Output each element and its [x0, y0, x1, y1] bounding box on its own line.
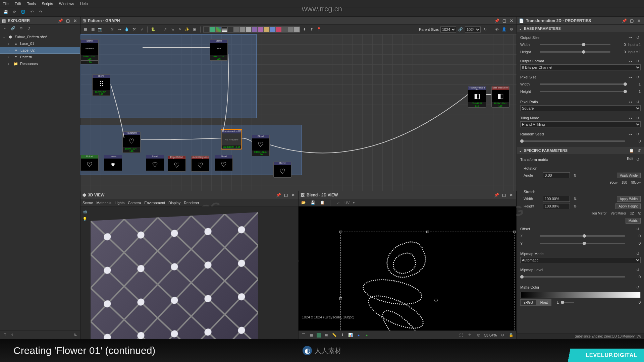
swatch[interactable]: [203, 26, 209, 33]
parent-width-select[interactable]: 1024: [440, 26, 456, 33]
redo-icon[interactable]: ↷: [38, 9, 44, 15]
arrow-icon[interactable]: ↗: [162, 26, 168, 33]
link-icon[interactable]: ⊶: [627, 115, 633, 121]
graph-node[interactable]: Blend♡: [146, 155, 164, 171]
reset-icon[interactable]: ↺: [635, 131, 641, 137]
tool-icon[interactable]: ⚒: [131, 26, 137, 33]
reset-icon[interactable]: ↺: [635, 251, 641, 257]
dropdown-icon[interactable]: ▾: [353, 200, 355, 205]
branch-icon[interactable]: ⑂: [139, 26, 145, 33]
reset-zoom-icon[interactable]: ◎: [476, 332, 482, 338]
reset-icon[interactable]: ↻: [482, 26, 488, 33]
spinner-icon[interactable]: ⇅: [572, 203, 578, 209]
swatch[interactable]: [258, 26, 264, 33]
reload-icon[interactable]: ⟳: [18, 25, 24, 32]
center-icon[interactable]: ✛: [467, 332, 473, 338]
export-icon[interactable]: ⤴: [26, 25, 32, 32]
menu-materials[interactable]: Materials: [96, 201, 111, 205]
graph-node[interactable]: Blend♡: [273, 162, 291, 178]
hori-mirror[interactable]: Hori Mirror: [591, 212, 606, 215]
reset-icon[interactable]: ↺: [635, 267, 641, 273]
maximize-icon[interactable]: ▢: [629, 18, 635, 24]
maximize-icon[interactable]: ▢: [501, 18, 507, 24]
person-icon[interactable]: 👤: [501, 26, 507, 33]
rot-90ccw[interactable]: 90ccw: [631, 181, 641, 184]
grid-icon[interactable]: ⊞: [323, 332, 329, 338]
copy-icon[interactable]: 📋: [629, 147, 635, 154]
link-dims-icon[interactable]: 🔗: [458, 26, 464, 33]
fit-icon[interactable]: ⛶: [458, 332, 464, 338]
mipmap-level-slider[interactable]: [520, 276, 625, 278]
reset-icon[interactable]: ↺: [636, 147, 642, 154]
matrix-button[interactable]: Matrix: [626, 218, 641, 224]
menu-edit[interactable]: Edit: [15, 2, 21, 6]
swatch[interactable]: [227, 26, 233, 33]
swatch[interactable]: [209, 26, 215, 33]
light-tool-icon[interactable]: 💡: [82, 216, 88, 222]
pin-icon[interactable]: 📌: [57, 18, 63, 24]
random-seed-slider[interactable]: [520, 140, 625, 142]
menu-help[interactable]: Help: [80, 2, 88, 6]
angle-input[interactable]: [543, 172, 570, 178]
x2[interactable]: x2: [630, 212, 634, 215]
edit-link[interactable]: Edit: [627, 157, 633, 163]
swatch[interactable]: [264, 26, 270, 33]
filter-icon[interactable]: ⇅: [72, 332, 78, 338]
dropper-icon[interactable]: ⟋: [335, 200, 341, 206]
info-icon[interactable]: ℹ: [339, 332, 345, 338]
graph-node[interactable]: Output♡: [80, 155, 99, 171]
graph-node[interactable]: Blend♡: [215, 155, 233, 171]
graph-node[interactable]: Blend〰1024x1024 - L16: [210, 39, 228, 61]
swatch[interactable]: [294, 26, 300, 33]
menu-lights[interactable]: Lights: [115, 201, 124, 205]
link-icon[interactable]: ⊶: [116, 26, 122, 33]
ruler-icon[interactable]: 📏: [331, 332, 337, 338]
shuffle-icon[interactable]: ⤮: [109, 26, 115, 33]
graph-canvas[interactable]: Input▨1024x1024 - L16 Blend〰〰1024x1024 -…: [80, 34, 517, 191]
offset-x-slider[interactable]: [540, 235, 625, 237]
swatch[interactable]: [215, 26, 221, 33]
height-slider[interactable]: [540, 51, 610, 53]
output-icon[interactable]: ⬆: [309, 26, 315, 33]
close-icon[interactable]: ✕: [636, 18, 642, 24]
menu-tools[interactable]: Tools: [27, 2, 36, 6]
chevron-right-icon[interactable]: ›: [8, 62, 11, 66]
pixel-ratio-select[interactable]: Square: [520, 105, 641, 111]
reset-icon[interactable]: ↺: [635, 99, 641, 105]
maximize-icon[interactable]: ▢: [65, 18, 71, 24]
terminal-icon[interactable]: T: [2, 332, 8, 338]
menu-scripts[interactable]: Scripts: [42, 2, 53, 6]
copy-icon[interactable]: 📋: [319, 200, 325, 206]
camera-tool-icon[interactable]: 📹: [82, 208, 88, 215]
graph-node[interactable]: Blend♡1024x1024 - L16: [252, 135, 270, 156]
spinner-icon[interactable]: ⇅: [572, 172, 578, 178]
srgb-button[interactable]: sRGB: [520, 299, 537, 306]
offset-y-slider[interactable]: [540, 243, 625, 244]
undo-icon[interactable]: ↶: [29, 9, 35, 15]
graph-node[interactable]: Edge Detect♡: [168, 156, 186, 172]
tree-item-lace01[interactable]: › ≡ Lace_01: [0, 40, 80, 47]
menu-display[interactable]: Display: [168, 201, 180, 205]
histogram-icon[interactable]: 📊: [347, 332, 354, 338]
tree-item-pattern[interactable]: › ≡ Pattern: [0, 54, 80, 60]
mipmap-mode-select[interactable]: Automatic: [520, 257, 641, 263]
specific-params-header[interactable]: ⌄ SPECIFIC PARAMETERS 📋↺: [517, 147, 644, 154]
new-item-icon[interactable]: ▪: [2, 25, 8, 32]
graph-node[interactable]: Blend〰〰1024x1024 - L16: [80, 39, 99, 61]
apply-height-button[interactable]: Apply Height: [615, 203, 641, 209]
stretch-width-input[interactable]: [543, 196, 570, 202]
globe-icon[interactable]: 🌐: [20, 9, 26, 15]
close-icon[interactable]: ✕: [290, 192, 296, 198]
chevron-right-icon[interactable]: ›: [8, 48, 12, 52]
chevron-right-icon[interactable]: ›: [8, 42, 11, 46]
graph-node[interactable]: Transformation 2D◧1024x1024 - L16: [468, 86, 486, 108]
stretch-height-input[interactable]: [543, 203, 570, 209]
maximize-icon[interactable]: ▢: [283, 192, 289, 198]
graph-node[interactable]: Invert Grayscale♡: [191, 156, 209, 172]
pin-icon[interactable]: 📌: [494, 18, 500, 24]
input-icon[interactable]: ⬇: [301, 26, 307, 33]
tiling-mode-select[interactable]: H and V Tiling: [520, 121, 641, 127]
maximize-icon[interactable]: ▢: [501, 192, 507, 198]
link-icon[interactable]: ⊶: [627, 58, 633, 64]
settings-icon[interactable]: ⚙: [508, 26, 515, 33]
